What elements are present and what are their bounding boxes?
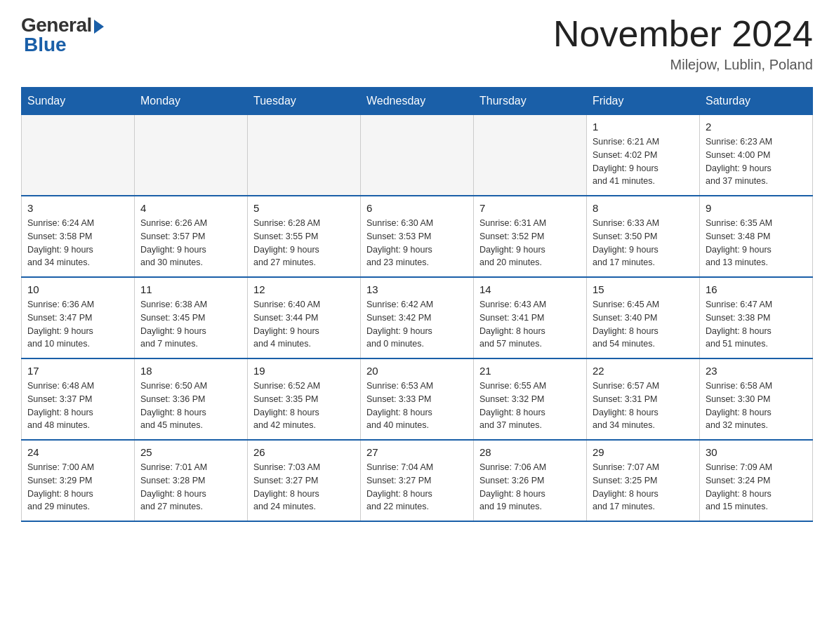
day-info: Sunrise: 6:50 AM Sunset: 3:36 PM Dayligh…: [140, 380, 241, 432]
day-number: 23: [706, 365, 807, 377]
day-number: 4: [140, 202, 241, 214]
day-number: 28: [479, 446, 581, 458]
calendar-cell: 23Sunrise: 6:58 AM Sunset: 3:30 PM Dayli…: [700, 358, 813, 440]
day-number: 18: [140, 365, 241, 377]
calendar-cell: 12Sunrise: 6:40 AM Sunset: 3:44 PM Dayli…: [248, 277, 361, 358]
day-info: Sunrise: 6:36 AM Sunset: 3:47 PM Dayligh…: [27, 298, 128, 351]
calendar-cell: 29Sunrise: 7:07 AM Sunset: 3:25 PM Dayli…: [587, 440, 700, 521]
calendar-cell: [22, 115, 135, 196]
calendar-table: SundayMondayTuesdayWednesdayThursdayFrid…: [21, 87, 813, 522]
calendar-cell: 16Sunrise: 6:47 AM Sunset: 3:38 PM Dayli…: [700, 277, 813, 358]
header-friday: Friday: [587, 88, 700, 115]
day-info: Sunrise: 7:03 AM Sunset: 3:27 PM Dayligh…: [253, 461, 355, 514]
day-info: Sunrise: 6:24 AM Sunset: 3:58 PM Dayligh…: [27, 217, 128, 269]
day-number: 13: [366, 283, 468, 295]
page-header: General Blue November 2024 Milejow, Lubl…: [21, 14, 813, 73]
logo-arrow-icon: [94, 20, 104, 34]
day-info: Sunrise: 6:57 AM Sunset: 3:31 PM Dayligh…: [593, 380, 694, 432]
day-info: Sunrise: 6:30 AM Sunset: 3:53 PM Dayligh…: [366, 217, 468, 269]
day-number: 16: [706, 283, 807, 295]
header-sunday: Sunday: [22, 88, 135, 115]
day-info: Sunrise: 6:23 AM Sunset: 4:00 PM Dayligh…: [706, 135, 807, 188]
day-number: 12: [253, 283, 355, 295]
calendar-cell: 25Sunrise: 7:01 AM Sunset: 3:28 PM Dayli…: [135, 440, 248, 521]
day-number: 6: [366, 202, 468, 214]
location-subtitle: Milejow, Lublin, Poland: [553, 57, 813, 73]
day-info: Sunrise: 6:52 AM Sunset: 3:35 PM Dayligh…: [253, 380, 355, 432]
logo: General Blue: [21, 14, 104, 56]
day-info: Sunrise: 7:00 AM Sunset: 3:29 PM Dayligh…: [27, 461, 128, 514]
week-row-2: 3Sunrise: 6:24 AM Sunset: 3:58 PM Daylig…: [22, 196, 813, 277]
day-number: 26: [253, 446, 355, 458]
day-number: 25: [140, 446, 241, 458]
header-wednesday: Wednesday: [361, 88, 474, 115]
day-info: Sunrise: 6:40 AM Sunset: 3:44 PM Dayligh…: [253, 298, 355, 351]
header-saturday: Saturday: [700, 88, 813, 115]
header-tuesday: Tuesday: [248, 88, 361, 115]
day-info: Sunrise: 6:55 AM Sunset: 3:32 PM Dayligh…: [479, 380, 581, 432]
day-info: Sunrise: 6:31 AM Sunset: 3:52 PM Dayligh…: [479, 217, 581, 269]
day-number: 27: [366, 446, 468, 458]
day-number: 29: [593, 446, 694, 458]
calendar-cell: 27Sunrise: 7:04 AM Sunset: 3:27 PM Dayli…: [361, 440, 474, 521]
month-title: November 2024: [553, 14, 813, 54]
day-info: Sunrise: 6:58 AM Sunset: 3:30 PM Dayligh…: [706, 380, 807, 432]
day-number: 30: [706, 446, 807, 458]
day-info: Sunrise: 6:38 AM Sunset: 3:45 PM Dayligh…: [140, 298, 241, 351]
day-info: Sunrise: 6:45 AM Sunset: 3:40 PM Dayligh…: [593, 298, 694, 351]
week-row-5: 24Sunrise: 7:00 AM Sunset: 3:29 PM Dayli…: [22, 440, 813, 521]
day-number: 11: [140, 283, 241, 295]
header-row: SundayMondayTuesdayWednesdayThursdayFrid…: [22, 88, 813, 115]
day-number: 2: [706, 121, 807, 133]
header-monday: Monday: [135, 88, 248, 115]
calendar-cell: [248, 115, 361, 196]
day-info: Sunrise: 7:09 AM Sunset: 3:24 PM Dayligh…: [706, 461, 807, 514]
calendar-cell: 2Sunrise: 6:23 AM Sunset: 4:00 PM Daylig…: [700, 115, 813, 196]
day-number: 14: [479, 283, 581, 295]
calendar-cell: [135, 115, 248, 196]
day-number: 22: [593, 365, 694, 377]
day-number: 24: [27, 446, 128, 458]
day-info: Sunrise: 7:07 AM Sunset: 3:25 PM Dayligh…: [593, 461, 694, 514]
calendar-cell: 7Sunrise: 6:31 AM Sunset: 3:52 PM Daylig…: [474, 196, 587, 277]
day-number: 1: [593, 121, 694, 133]
week-row-4: 17Sunrise: 6:48 AM Sunset: 3:37 PM Dayli…: [22, 358, 813, 440]
calendar-cell: 17Sunrise: 6:48 AM Sunset: 3:37 PM Dayli…: [22, 358, 135, 440]
day-number: 21: [479, 365, 581, 377]
calendar-cell: 26Sunrise: 7:03 AM Sunset: 3:27 PM Dayli…: [248, 440, 361, 521]
calendar-cell: 9Sunrise: 6:35 AM Sunset: 3:48 PM Daylig…: [700, 196, 813, 277]
header-thursday: Thursday: [474, 88, 587, 115]
calendar-cell: 14Sunrise: 6:43 AM Sunset: 3:41 PM Dayli…: [474, 277, 587, 358]
day-info: Sunrise: 6:42 AM Sunset: 3:42 PM Dayligh…: [366, 298, 468, 351]
day-number: 15: [593, 283, 694, 295]
day-number: 20: [366, 365, 468, 377]
calendar-cell: 24Sunrise: 7:00 AM Sunset: 3:29 PM Dayli…: [22, 440, 135, 521]
day-number: 7: [479, 202, 581, 214]
day-number: 10: [27, 283, 128, 295]
day-info: Sunrise: 6:47 AM Sunset: 3:38 PM Dayligh…: [706, 298, 807, 351]
calendar-cell: 11Sunrise: 6:38 AM Sunset: 3:45 PM Dayli…: [135, 277, 248, 358]
calendar-body: 1Sunrise: 6:21 AM Sunset: 4:02 PM Daylig…: [22, 115, 813, 522]
calendar-header: SundayMondayTuesdayWednesdayThursdayFrid…: [22, 88, 813, 115]
day-number: 17: [27, 365, 128, 377]
day-info: Sunrise: 6:26 AM Sunset: 3:57 PM Dayligh…: [140, 217, 241, 269]
day-info: Sunrise: 6:28 AM Sunset: 3:55 PM Dayligh…: [253, 217, 355, 269]
calendar-cell: 5Sunrise: 6:28 AM Sunset: 3:55 PM Daylig…: [248, 196, 361, 277]
calendar-cell: 3Sunrise: 6:24 AM Sunset: 3:58 PM Daylig…: [22, 196, 135, 277]
day-info: Sunrise: 6:43 AM Sunset: 3:41 PM Dayligh…: [479, 298, 581, 351]
day-number: 3: [27, 202, 128, 214]
calendar-cell: 13Sunrise: 6:42 AM Sunset: 3:42 PM Dayli…: [361, 277, 474, 358]
day-info: Sunrise: 7:06 AM Sunset: 3:26 PM Dayligh…: [479, 461, 581, 514]
calendar-cell: 19Sunrise: 6:52 AM Sunset: 3:35 PM Dayli…: [248, 358, 361, 440]
day-info: Sunrise: 6:48 AM Sunset: 3:37 PM Dayligh…: [27, 380, 128, 432]
calendar-cell: 20Sunrise: 6:53 AM Sunset: 3:33 PM Dayli…: [361, 358, 474, 440]
day-info: Sunrise: 6:35 AM Sunset: 3:48 PM Dayligh…: [706, 217, 807, 269]
calendar-cell: 1Sunrise: 6:21 AM Sunset: 4:02 PM Daylig…: [587, 115, 700, 196]
calendar-cell: [361, 115, 474, 196]
day-info: Sunrise: 7:01 AM Sunset: 3:28 PM Dayligh…: [140, 461, 241, 514]
calendar-cell: 10Sunrise: 6:36 AM Sunset: 3:47 PM Dayli…: [22, 277, 135, 358]
day-info: Sunrise: 6:21 AM Sunset: 4:02 PM Dayligh…: [593, 135, 694, 188]
calendar-cell: 22Sunrise: 6:57 AM Sunset: 3:31 PM Dayli…: [587, 358, 700, 440]
day-number: 19: [253, 365, 355, 377]
logo-blue-text: Blue: [24, 34, 67, 56]
